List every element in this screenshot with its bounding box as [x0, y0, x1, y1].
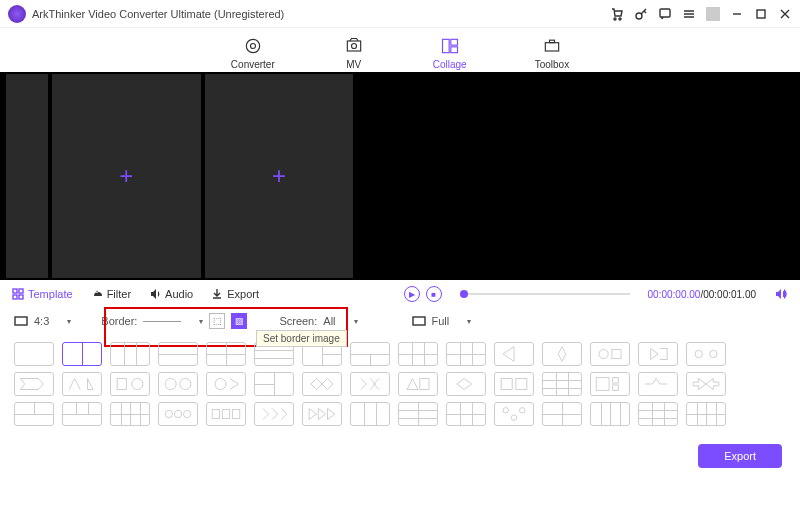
template-item[interactable]: [302, 372, 342, 396]
svg-point-27: [180, 379, 191, 390]
template-item[interactable]: [158, 372, 198, 396]
tab-template-label: Template: [28, 288, 73, 300]
template-item[interactable]: [254, 402, 294, 426]
play-button[interactable]: ▶: [404, 286, 420, 302]
preview-slot-2[interactable]: +: [205, 74, 354, 278]
feedback-icon[interactable]: [658, 7, 672, 21]
template-item[interactable]: [206, 372, 246, 396]
screen-label: Screen:: [279, 315, 317, 327]
export-button[interactable]: Export: [698, 444, 782, 468]
tab-export[interactable]: Export: [211, 288, 259, 300]
template-item[interactable]: [158, 342, 198, 366]
template-item[interactable]: [638, 342, 678, 366]
minimize-button[interactable]: [730, 7, 744, 21]
border-color-button[interactable]: ⬚: [209, 313, 225, 329]
preview-slot-edge-left[interactable]: [6, 74, 48, 278]
svg-rect-9: [442, 39, 449, 52]
preview-slot-4[interactable]: [555, 74, 748, 278]
svg-rect-21: [612, 349, 621, 358]
close-button[interactable]: [778, 7, 792, 21]
nav-mv-label: MV: [346, 59, 361, 70]
preview-slot-3[interactable]: [357, 74, 550, 278]
template-item[interactable]: [302, 402, 342, 426]
nav-toolbox-label: Toolbox: [535, 59, 569, 70]
template-item[interactable]: [350, 402, 390, 426]
key-icon[interactable]: [634, 7, 648, 21]
svg-point-8: [351, 44, 356, 49]
template-item[interactable]: [110, 402, 150, 426]
template-item[interactable]: [446, 402, 486, 426]
preview-slot-edge-right[interactable]: [752, 74, 794, 278]
template-item[interactable]: [62, 372, 102, 396]
screen-dropdown[interactable]: All: [323, 315, 357, 327]
template-item[interactable]: [638, 402, 678, 426]
timeline-slider[interactable]: [460, 293, 630, 295]
app-title: ArkThinker Video Converter Ultimate (Unr…: [32, 8, 610, 20]
template-item[interactable]: [686, 342, 726, 366]
template-item[interactable]: [110, 342, 150, 366]
nav-mv[interactable]: MV: [343, 36, 365, 70]
template-item[interactable]: [398, 372, 438, 396]
template-item[interactable]: [686, 372, 726, 396]
template-item[interactable]: [446, 342, 486, 366]
menu-icon[interactable]: [682, 7, 696, 21]
svg-point-42: [511, 415, 517, 421]
svg-rect-18: [15, 317, 27, 325]
template-item[interactable]: [254, 372, 294, 396]
cart-icon[interactable]: [610, 7, 624, 21]
svg-point-26: [165, 379, 176, 390]
preview-slot-1[interactable]: +: [52, 74, 201, 278]
svg-rect-31: [596, 378, 609, 391]
template-grid: [0, 334, 800, 436]
svg-point-22: [695, 350, 702, 357]
svg-point-36: [184, 410, 191, 417]
template-item[interactable]: [638, 372, 678, 396]
template-item[interactable]: [494, 342, 534, 366]
border-image-button[interactable]: ▨: [231, 313, 247, 329]
nav-toolbox[interactable]: Toolbox: [535, 36, 569, 70]
template-item[interactable]: [590, 342, 630, 366]
sub-nav: Template Filter Audio Export ▶ ■ 00:00:0…: [0, 280, 800, 308]
template-item[interactable]: [14, 372, 54, 396]
template-item[interactable]: [494, 372, 534, 396]
template-item[interactable]: [206, 342, 246, 366]
stop-button[interactable]: ■: [426, 286, 442, 302]
template-item[interactable]: [494, 402, 534, 426]
template-item[interactable]: [14, 342, 54, 366]
template-item[interactable]: [158, 402, 198, 426]
volume-icon[interactable]: [774, 287, 788, 301]
template-item[interactable]: [542, 372, 582, 396]
tab-filter[interactable]: Filter: [91, 288, 131, 300]
template-item[interactable]: [542, 342, 582, 366]
svg-point-6: [250, 44, 255, 49]
border-label: Border:: [101, 315, 137, 327]
template-item[interactable]: [398, 342, 438, 366]
template-item[interactable]: [110, 372, 150, 396]
tab-template[interactable]: Template: [12, 288, 73, 300]
nav-collage[interactable]: Collage: [433, 36, 467, 70]
template-item[interactable]: [542, 402, 582, 426]
template-item[interactable]: [350, 342, 390, 366]
border-style-dropdown[interactable]: [143, 317, 203, 326]
aspect-ratio-dropdown[interactable]: 4:3: [14, 315, 71, 327]
fullscreen-dropdown[interactable]: Full: [432, 315, 472, 327]
screen-group: Screen: All: [279, 315, 357, 327]
svg-point-34: [165, 410, 172, 417]
nav-converter[interactable]: Converter: [231, 36, 275, 70]
time-total: 00:00:01.00: [703, 289, 756, 300]
template-item[interactable]: [446, 372, 486, 396]
template-item[interactable]: [590, 402, 630, 426]
template-item[interactable]: [686, 402, 726, 426]
template-item[interactable]: [398, 402, 438, 426]
maximize-button[interactable]: [754, 7, 768, 21]
tab-audio[interactable]: Audio: [149, 288, 193, 300]
template-item[interactable]: [350, 372, 390, 396]
svg-rect-10: [451, 39, 458, 45]
playback-controls: ▶ ■: [404, 286, 442, 302]
template-item[interactable]: [14, 402, 54, 426]
template-item[interactable]: [62, 402, 102, 426]
template-item[interactable]: [62, 342, 102, 366]
border-group: Border: ⬚ ▨: [101, 313, 247, 329]
template-item[interactable]: [206, 402, 246, 426]
template-item[interactable]: [590, 372, 630, 396]
